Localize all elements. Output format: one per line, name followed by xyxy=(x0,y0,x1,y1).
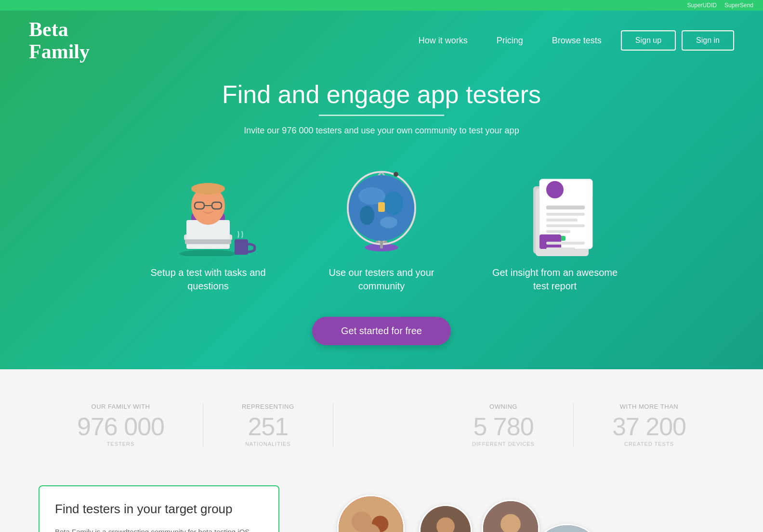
step-3: Get insight from an awesome test report xyxy=(487,160,622,293)
svg-rect-32 xyxy=(546,230,570,233)
stat-devices: Owning 5 780 DIFFERENT DEVICES xyxy=(434,403,574,447)
cta-wrap: Get started for free xyxy=(0,317,763,345)
svg-point-18 xyxy=(380,217,397,228)
hero-title: Find and engage app testers xyxy=(0,80,763,109)
nav-how-it-works[interactable]: How it works xyxy=(419,36,468,46)
nav-buttons: Sign up Sign in xyxy=(621,30,734,51)
svg-point-17 xyxy=(360,206,374,225)
stat-testers: Our Family with 976 000 TESTERS xyxy=(39,403,203,447)
svg-rect-31 xyxy=(546,224,585,227)
sign-up-button[interactable]: Sign up xyxy=(621,30,676,51)
svg-point-20 xyxy=(394,172,398,177)
nav-links: How it works Pricing Browse tests xyxy=(419,36,602,46)
svg-point-0 xyxy=(179,250,237,256)
logo[interactable]: Beta Family xyxy=(29,18,90,63)
logo-line1: Beta xyxy=(29,18,90,40)
stat-devices-label-bottom: DIFFERENT DEVICES xyxy=(472,441,535,447)
stat-devices-label-top: Owning xyxy=(489,403,517,410)
avatar-1: DYLAN xyxy=(337,495,405,532)
stat-nationalities-label-top: Representing xyxy=(242,403,294,410)
hero-underline xyxy=(319,115,444,116)
stat-nationalities-label-bottom: NATIONALITIES xyxy=(245,441,291,447)
find-testers-card: Find testers in your target group Beta F… xyxy=(39,485,279,532)
hero-content: Find and engage app testers Invite our 9… xyxy=(0,70,763,345)
step-2-illustration xyxy=(333,160,430,256)
avatar-3 xyxy=(482,500,539,532)
svg-rect-22 xyxy=(380,241,383,248)
stat-tests-label-top: with more than xyxy=(620,403,679,410)
svg-rect-29 xyxy=(546,213,585,216)
svg-point-15 xyxy=(358,187,385,205)
stat-nationalities: Representing 251 NATIONALITIES xyxy=(203,403,333,447)
navigation: Beta Family How it works Pricing Browse … xyxy=(0,11,763,70)
svg-point-48 xyxy=(531,525,603,532)
stat-tests: with more than 37 200 CREATED TESTS xyxy=(574,403,724,447)
supersend-link[interactable]: SuperSend xyxy=(724,2,753,9)
svg-rect-4 xyxy=(185,239,231,244)
step-1-illustration xyxy=(160,160,256,256)
step-1: Setup a test with tasks and questions xyxy=(141,160,276,293)
avatars-section: DYLAN xyxy=(308,485,724,532)
svg-rect-30 xyxy=(546,219,578,221)
svg-rect-10 xyxy=(235,239,248,255)
stat-testers-label-bottom: TESTERS xyxy=(107,441,135,447)
avatar-4 xyxy=(530,524,605,532)
svg-point-9 xyxy=(191,183,225,195)
step-2-label: Use our testers and your community xyxy=(314,266,449,293)
svg-point-16 xyxy=(384,191,403,215)
step-3-label: Get insight from an awesome test report xyxy=(487,266,622,293)
avatar-2 xyxy=(419,505,472,532)
hero-section: Beta Family How it works Pricing Browse … xyxy=(0,11,763,384)
hero-subtitle: Invite our 976 000 testers and use your … xyxy=(0,126,763,136)
nav-browse-tests[interactable]: Browse tests xyxy=(552,36,602,46)
get-started-button[interactable]: Get started for free xyxy=(312,317,451,345)
svg-rect-21 xyxy=(378,202,385,212)
sign-in-button[interactable]: Sign in xyxy=(682,30,734,51)
nav-pricing[interactable]: Pricing xyxy=(497,36,523,46)
stat-testers-number: 976 000 xyxy=(77,412,164,441)
svg-rect-28 xyxy=(546,206,585,209)
logo-line2: Family xyxy=(29,40,90,63)
superudid-link[interactable]: SuperUDID xyxy=(687,2,717,9)
step-3-illustration xyxy=(507,160,603,256)
svg-point-27 xyxy=(546,181,564,198)
svg-rect-36 xyxy=(546,247,575,250)
find-testers-title: Find testers in your target group xyxy=(55,502,263,517)
stat-tests-label-bottom: CREATED TESTS xyxy=(624,441,674,447)
stat-tests-number: 37 200 xyxy=(612,412,686,441)
stat-nationalities-number: 251 xyxy=(248,412,288,441)
svg-rect-35 xyxy=(546,242,585,245)
top-bar: SuperUDID SuperSend xyxy=(0,0,763,11)
stat-devices-number: 5 780 xyxy=(473,412,533,441)
stat-testers-label-top: Our Family with xyxy=(92,403,150,410)
find-testers-para1: Beta Family is a crowdtesting community … xyxy=(55,526,263,532)
lower-section: Find testers in your target group Beta F… xyxy=(0,466,763,532)
steps-container: Setup a test with tasks and questions xyxy=(0,160,763,293)
stats-section: Our Family with 976 000 TESTERS Represen… xyxy=(0,384,763,466)
step-1-label: Setup a test with tasks and questions xyxy=(141,266,276,293)
step-2: Use our testers and your community xyxy=(314,160,449,293)
